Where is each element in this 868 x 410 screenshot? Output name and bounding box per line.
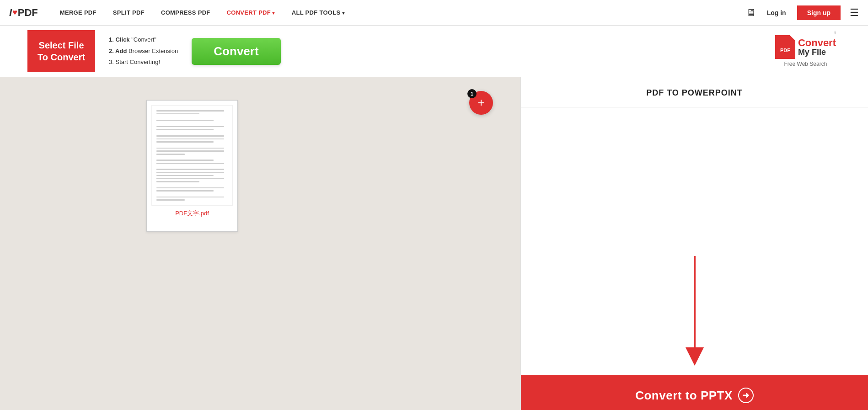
- logo-heart: ♥: [12, 8, 17, 17]
- login-button[interactable]: Log in: [761, 6, 792, 19]
- sidebar-title: PDF TO POWERPOINT: [521, 77, 868, 107]
- pdf-card: PDF文字.pdf: [146, 100, 238, 232]
- main-area: PDF文字.pdf 1 + PDF TO POWERPOINT Convert …: [0, 77, 868, 410]
- ad-convert-button[interactable]: Convert: [192, 38, 280, 65]
- logo-pdf: PDF: [18, 7, 38, 19]
- ad-logo[interactable]: PDF Convert My File Free Web Search: [775, 35, 836, 67]
- svg-marker-1: [686, 347, 704, 366]
- pdf-filename: PDF文字.pdf: [151, 209, 233, 218]
- pdf-line: [156, 169, 224, 170]
- pdf-line: [156, 126, 224, 128]
- pdf-line: [156, 197, 224, 198]
- circle-arrow-icon: ➜: [738, 388, 754, 403]
- pdf-line: [156, 138, 224, 140]
- ad-convert-text: Convert My File: [798, 38, 836, 56]
- pdf-line: [156, 190, 214, 192]
- nav-compress-pdf[interactable]: COMPRESS PDF: [153, 9, 219, 16]
- pdf-line: [156, 148, 224, 149]
- select-file-button[interactable]: Select File To Convert: [27, 30, 95, 72]
- hamburger-menu[interactable]: ☰: [850, 7, 859, 19]
- nav-split-pdf[interactable]: SPLIT PDF: [105, 9, 153, 16]
- convert-pptx-button[interactable]: Convert to PPTX ➜: [521, 375, 868, 410]
- pdf-line: [156, 187, 224, 189]
- pdf-line: [156, 163, 224, 164]
- main-nav: MERGE PDF SPLIT PDF COMPRESS PDF CONVERT…: [52, 9, 746, 16]
- ad-free-search: Free Web Search: [784, 61, 827, 67]
- sidebar: PDF TO POWERPOINT Convert to PPTX ➜: [520, 77, 868, 410]
- convert-pptx-label: Convert to PPTX: [635, 389, 733, 403]
- monitor-icon[interactable]: 🖥: [746, 7, 756, 19]
- pdf-line: [156, 154, 185, 155]
- pdf-line: [156, 175, 214, 176]
- pdf-line: [156, 160, 214, 161]
- ad-company-sub: My File: [798, 48, 826, 56]
- pdf-line: [156, 135, 224, 137]
- ad-company-name: Convert: [798, 38, 836, 48]
- header: I ♥ PDF MERGE PDF SPLIT PDF COMPRESS PDF…: [0, 0, 868, 26]
- pdf-line: [156, 113, 199, 115]
- ad-info-icon[interactable]: ℹ: [834, 30, 836, 35]
- add-files-button[interactable]: 1 +: [469, 91, 493, 115]
- pdf-line: [156, 199, 185, 201]
- ad-pdf-icon: PDF: [775, 35, 795, 59]
- pdf-line: [156, 181, 199, 182]
- ad-banner: Select File To Convert 1. Click "Convert…: [0, 26, 868, 77]
- pdf-line: [156, 110, 224, 112]
- content-area: PDF文字.pdf 1 +: [0, 77, 520, 410]
- pdf-line: [156, 141, 214, 143]
- nav-merge-pdf[interactable]: MERGE PDF: [52, 9, 105, 16]
- pdf-line: [156, 150, 224, 152]
- ad-pdf-text: PDF: [780, 48, 790, 53]
- nav-all-tools[interactable]: ALL PDF TOOLS: [284, 9, 353, 16]
- logo-i: I: [9, 7, 12, 19]
- plus-icon: +: [477, 96, 484, 108]
- sidebar-arrow-wrap: [676, 107, 713, 375]
- header-right: 🖥 Log in Sign up ☰: [746, 5, 859, 20]
- down-arrow-icon: [676, 256, 713, 366]
- pdf-line: [156, 120, 214, 121]
- signup-button[interactable]: Sign up: [797, 5, 841, 20]
- pdf-line: [156, 178, 224, 179]
- pdf-line: [156, 129, 214, 130]
- pdf-preview: [151, 105, 233, 206]
- ad-logo-img: PDF Convert My File: [775, 35, 836, 59]
- logo[interactable]: I ♥ PDF: [9, 7, 38, 19]
- file-count-badge: 1: [467, 89, 477, 98]
- nav-convert-pdf[interactable]: CONVERT PDF: [219, 9, 284, 16]
- ad-steps: 1. Click "Convert" 2. Add Browser Extens…: [109, 34, 178, 68]
- pdf-line: [156, 172, 224, 173]
